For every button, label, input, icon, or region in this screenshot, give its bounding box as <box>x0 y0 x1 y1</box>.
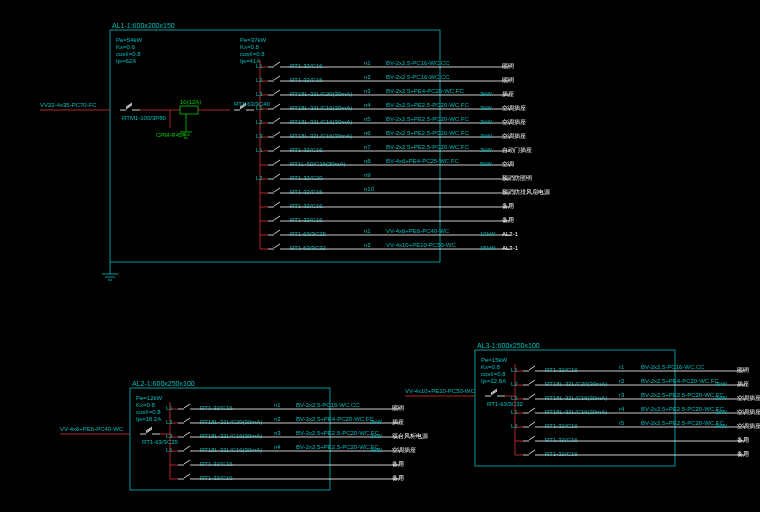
svg-line-242 <box>184 446 190 450</box>
svg-text:空调插座: 空调插座 <box>502 104 526 111</box>
svg-text:RT1-32/C16: RT1-32/C16 <box>290 63 323 69</box>
svg-text:2kW: 2kW <box>480 105 492 111</box>
svg-text:Pe=12kW: Pe=12kW <box>136 395 163 401</box>
svg-text:n9: n9 <box>364 172 371 178</box>
svg-line-123 <box>274 160 280 164</box>
svg-text:空调: 空调 <box>502 160 514 167</box>
svg-line-153 <box>274 202 280 206</box>
svg-text:RT1-32/C20: RT1-32/C20 <box>290 175 323 181</box>
svg-text:n3: n3 <box>364 88 371 94</box>
svg-text:r4: r4 <box>619 406 625 412</box>
svg-text:RT1-63/3C32: RT1-63/3C32 <box>290 245 327 251</box>
svg-text:备用: 备用 <box>392 475 404 481</box>
svg-text:Pe=37kW: Pe=37kW <box>240 37 267 43</box>
svg-text:2kW: 2kW <box>715 409 727 415</box>
svg-line-52 <box>274 76 280 80</box>
svg-text:VV-4x6+PE6-PC40-WC: VV-4x6+PE6-PC40-WC <box>386 228 450 234</box>
svg-text:空调插座: 空调插座 <box>737 394 760 401</box>
svg-text:照明: 照明 <box>737 367 749 373</box>
svg-text:L3: L3 <box>256 91 263 97</box>
svg-text:n5: n5 <box>364 116 371 122</box>
svg-text:RT1-32/C16: RT1-32/C16 <box>290 77 323 83</box>
svg-text:RT1-63/3C40: RT1-63/3C40 <box>234 101 271 107</box>
svg-text:RT1-32/C16: RT1-32/C16 <box>290 147 323 153</box>
svg-text:BV-2x2.5+PE2.5-PC20-WC.FC: BV-2x2.5+PE2.5-PC20-WC.FC <box>296 444 380 450</box>
svg-text:RT18L-32L/C16(30mA): RT18L-32L/C16(30mA) <box>200 433 262 439</box>
svg-text:L1: L1 <box>256 105 263 111</box>
svg-line-63 <box>274 90 280 94</box>
svg-text:L3: L3 <box>256 133 263 139</box>
svg-text:RT18L-32L/C16(30mA): RT18L-32L/C16(30mA) <box>290 133 352 139</box>
svg-text:2kW: 2kW <box>480 133 492 139</box>
svg-line-87 <box>274 118 280 122</box>
svg-text:Kx=0.8: Kx=0.8 <box>136 402 156 408</box>
svg-line-169 <box>274 230 280 234</box>
svg-text:空调插座: 空调插座 <box>737 408 760 415</box>
svg-text:BV-2x2.5-PC16-WC.CC: BV-2x2.5-PC16-WC.CC <box>386 60 450 66</box>
svg-text:Kx=0.8: Kx=0.8 <box>240 44 260 50</box>
svg-rect-19 <box>180 106 198 114</box>
svg-text:RTM1-100/3P80: RTM1-100/3P80 <box>122 115 167 121</box>
svg-text:RT1-32/C16: RT1-32/C16 <box>545 423 578 429</box>
svg-text:10(12A): 10(12A) <box>180 99 201 105</box>
svg-text:2kW: 2kW <box>715 423 727 429</box>
svg-text:Ijs=22.8A: Ijs=22.8A <box>481 378 506 384</box>
svg-line-230 <box>184 432 190 436</box>
svg-text:BV-2x2.5+PE4-PC20-WC.FC: BV-2x2.5+PE4-PC20-WC.FC <box>296 416 375 422</box>
svg-text:Kx=0.8: Kx=0.8 <box>481 364 501 370</box>
svg-text:L2: L2 <box>511 423 518 429</box>
svg-line-134 <box>274 174 280 178</box>
svg-text:r2: r2 <box>619 378 625 384</box>
svg-text:n7: n7 <box>364 144 371 150</box>
svg-text:RT18L-32L/C20(30mA): RT18L-32L/C20(30mA) <box>200 419 262 425</box>
svg-text:RT1-32/C16: RT1-32/C16 <box>545 367 578 373</box>
svg-text:5kW: 5kW <box>480 161 492 167</box>
svg-text:RT1-63/3C25: RT1-63/3C25 <box>290 231 327 237</box>
svg-text:RT1-32/C16: RT1-32/C16 <box>200 405 233 411</box>
svg-text:VV-4x6+PE6-PC40-WC: VV-4x6+PE6-PC40-WC <box>60 426 124 432</box>
svg-text:2kW: 2kW <box>480 119 492 125</box>
svg-text:照明: 照明 <box>392 405 404 411</box>
svg-text:2kW: 2kW <box>370 433 382 439</box>
svg-text:BV-2x2.5-PC16-WC.CC: BV-2x2.5-PC16-WC.CC <box>386 74 450 80</box>
svg-line-309 <box>529 394 535 398</box>
svg-text:VV-4x10+PE10-PC50-WC: VV-4x10+PE10-PC50-WC <box>386 242 457 248</box>
svg-text:RT18L-32L/C20(30mA): RT18L-32L/C20(30mA) <box>290 91 352 97</box>
svg-text:AL3-1:600x250x100: AL3-1:600x250x100 <box>477 342 540 349</box>
svg-line-321 <box>529 408 535 412</box>
svg-text:AL1-1:600x200x150: AL1-1:600x200x150 <box>112 22 175 29</box>
svg-text:VV-4x10+PE10-PC50-WC: VV-4x10+PE10-PC50-WC <box>405 388 476 394</box>
svg-text:BV-2x2.5+PE4-PC20-WC.FC: BV-2x2.5+PE4-PC20-WC.FC <box>641 378 720 384</box>
svg-text:15kW: 15kW <box>480 245 496 251</box>
svg-text:BV-2x2.5+PE2.5-PC20-WC.FC: BV-2x2.5+PE2.5-PC20-WC.FC <box>386 116 470 122</box>
svg-text:插座: 插座 <box>737 380 749 387</box>
svg-line-161 <box>274 216 280 220</box>
svg-text:预消防排风扇电源: 预消防排风扇电源 <box>502 188 550 195</box>
svg-text:自动门插座: 自动门插座 <box>502 146 532 153</box>
svg-line-286 <box>529 366 535 370</box>
svg-text:r5: r5 <box>619 420 625 426</box>
svg-text:RT18L-32L/C16(30mA): RT18L-32L/C16(30mA) <box>545 395 607 401</box>
svg-text:L1: L1 <box>256 63 263 69</box>
svg-text:L2: L2 <box>256 119 263 125</box>
svg-text:照明: 照明 <box>502 63 514 69</box>
svg-line-218 <box>184 418 190 422</box>
svg-line-99 <box>274 132 280 136</box>
svg-text:BV-2x2.5+PE2.5-PC20-WC.FC: BV-2x2.5+PE2.5-PC20-WC.FC <box>641 420 725 426</box>
svg-line-345 <box>529 436 535 440</box>
svg-text:n6: n6 <box>364 130 371 136</box>
svg-text:RT18L-32L/C16(30mA): RT18L-32L/C16(30mA) <box>200 447 262 453</box>
svg-text:n2: n2 <box>364 242 371 248</box>
svg-text:n1: n1 <box>274 402 281 408</box>
svg-text:n4: n4 <box>274 444 281 450</box>
svg-text:BV-2x2.5+PE2.5-PC20-WC.FC: BV-2x2.5+PE2.5-PC20-WC.FC <box>641 392 725 398</box>
svg-text:L2: L2 <box>511 381 518 387</box>
svg-text:插座: 插座 <box>392 418 404 425</box>
svg-text:RT18L-32L/C16(30mA): RT18L-32L/C16(30mA) <box>545 409 607 415</box>
svg-text:Ijs=18.2A: Ijs=18.2A <box>136 416 161 422</box>
svg-text:BV-4x6+PE4-PC25-WC.FC: BV-4x6+PE4-PC25-WC.FC <box>386 158 460 164</box>
svg-text:RT18L-32L/C16(30mA): RT18L-32L/C16(30mA) <box>290 119 352 125</box>
svg-line-180 <box>274 244 280 248</box>
svg-line-111 <box>274 146 280 150</box>
svg-text:备用: 备用 <box>392 461 404 467</box>
